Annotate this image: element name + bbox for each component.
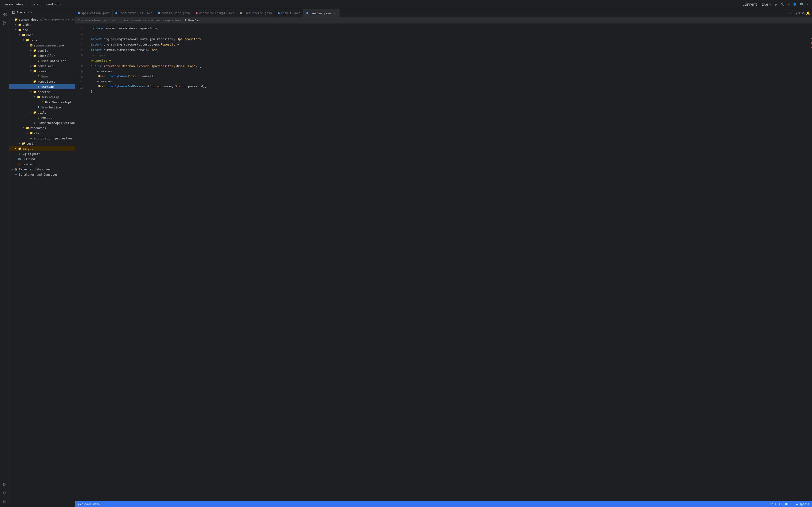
breadcrumb-item-project[interactable] — [78, 19, 81, 22]
tree-item-resources[interactable]: ▶ 📁 resources — [9, 125, 75, 130]
breadcrumb-repository[interactable]: repository — [165, 19, 181, 22]
current-file-dropdown[interactable]: Current File ▾ — [741, 2, 772, 7]
status-position[interactable]: 12:1 — [770, 503, 776, 506]
tree-item-utils[interactable]: ▶ 📁 utils — [9, 110, 75, 115]
tree-label-user: User — [41, 75, 73, 78]
java-interface-icon-userdao: I — [37, 85, 40, 89]
tab-bar-actions: ⚠ 3 ▲ ▼ ≫ 🔔 — [788, 11, 812, 15]
current-file-chevron: ▾ — [769, 2, 771, 7]
tab-usercontroller[interactable]: UserController.java — [112, 9, 155, 17]
svg-rect-18 — [12, 11, 15, 14]
vcs-dropdown[interactable]: Version control ▾ — [30, 2, 63, 7]
tree-item-package[interactable]: ▶ 📦 summer.summerdemo — [9, 43, 75, 48]
java-class-icon-usercontroller: C — [37, 59, 40, 63]
folder-icon-root: 📁 — [14, 17, 18, 21]
tree-item-static[interactable]: ▶ 📁 static — [9, 130, 75, 136]
breadcrumb-summer[interactable]: summer — [132, 19, 142, 22]
hint-no-usages-8: no usages — [95, 69, 112, 74]
tree-item-ext-libs[interactable]: ▶ 📚 External Libraries — [9, 167, 75, 172]
tab-scroll-up-icon[interactable]: ▲ — [795, 11, 797, 15]
status-branch[interactable]: summer-demo — [78, 503, 100, 506]
tree-item-controller[interactable]: ▶ 📁 controller — [9, 53, 75, 58]
status-indent[interactable]: 4 spaces — [796, 503, 809, 506]
tab-dot-userdao — [306, 12, 308, 14]
error-indicator[interactable]: ⚠ 3 — [790, 11, 794, 15]
tab-close-userdao[interactable]: ✕ — [333, 11, 337, 15]
tree-label-target: target — [22, 147, 73, 151]
tree-item-demosweb[interactable]: ▶ 📁 demos.web — [9, 63, 75, 68]
tab-result[interactable]: Result.java — [275, 9, 304, 17]
tree-item-serviceimpl[interactable]: ▶ 📁 serviceImpl — [9, 94, 75, 100]
tree-item-src[interactable]: ▶ 📁 src — [9, 27, 75, 33]
tab-dot-usercontroller — [115, 12, 117, 14]
activity-project-icon[interactable] — [1, 11, 8, 18]
tree-item-main[interactable]: ▶ 📁 main — [9, 33, 75, 38]
status-encoding[interactable]: UTF-8 — [785, 503, 794, 506]
activity-run-icon[interactable] — [1, 481, 8, 488]
tree-item-java[interactable]: ▶ 📁 java — [9, 38, 75, 43]
tree-item-summer-demo-root[interactable]: ▶ 📁 summer-demo ~/Desktop/projects/summe… — [9, 17, 75, 22]
branch-icon — [78, 503, 81, 506]
tab-application[interactable]: Application.java — [75, 9, 112, 17]
markdown-icon: M↓ — [18, 157, 21, 161]
breadcrumb-src[interactable]: src — [103, 19, 108, 22]
tree-item-helpmd[interactable]: ▶ M↓ HELP.md — [9, 156, 75, 162]
folder-icon-domain: 📁 — [33, 69, 37, 73]
breadcrumb-interface-icon: I — [185, 19, 186, 22]
settings-icon[interactable]: ⚙ — [807, 2, 809, 7]
tree-item-usercontroller[interactable]: ▶ C UserController — [9, 58, 75, 63]
import-path-5: summer.summerdemo.domain. — [104, 47, 150, 53]
activity-plugins-icon[interactable] — [1, 498, 8, 505]
tree-item-properties[interactable]: ▶ ⚙ application.properties — [9, 136, 75, 141]
tab-more-icon[interactable]: ≫ — [801, 11, 805, 15]
tree-item-target[interactable]: ▶ 📁 target — [9, 146, 75, 151]
code-area[interactable]: package summer.summerdemo.repository ; i… — [87, 23, 808, 501]
activity-debug-icon[interactable] — [1, 489, 8, 497]
more-icon[interactable]: ⋯ — [788, 2, 790, 7]
folder-icon-serviceimpl: 📁 — [37, 95, 40, 99]
tree-item-scratches[interactable]: ▶ ≡ Scratches and Consoles — [9, 172, 75, 177]
tree-item-userdao[interactable]: ▶ I UserDao — [9, 84, 75, 89]
tree-item-summerdemo-app[interactable]: ▶ ▶ SummerDemoApplication — [9, 120, 75, 125]
tree-item-service[interactable]: ▶ 📁 service — [9, 89, 75, 94]
tree-arrow-package: ▶ — [26, 44, 29, 47]
java-interface-icon-userservice: I — [37, 105, 40, 109]
folder-icon-config: 📁 — [33, 49, 37, 52]
tree-item-pomxml[interactable]: ▶ xml pom.xml — [9, 162, 75, 167]
tab-scroll-down-icon[interactable]: ▼ — [798, 11, 800, 15]
account-icon[interactable]: 👤 — [793, 2, 797, 7]
tree-item-result[interactable]: ▶ C Result — [9, 115, 75, 120]
tab-userdao[interactable]: UserDao.java ✕ — [304, 9, 340, 17]
tree-item-userservice[interactable]: ▶ I UserService — [9, 105, 75, 110]
project-dropdown[interactable]: summer-demo ▾ — [3, 2, 28, 7]
run-icon[interactable]: ▶ — [775, 2, 777, 7]
breadcrumb-summerdemo-pkg[interactable]: summerdemo — [145, 19, 161, 22]
activity-vcs-icon[interactable] — [1, 19, 8, 27]
tab-domainuser[interactable]: domain/User.java — [155, 9, 193, 17]
tree-item-userserviceimpl[interactable]: ▶ C UserServiceImpl — [9, 100, 75, 105]
status-line-ending[interactable]: LF — [779, 503, 782, 506]
folder-icon-repository: 📁 — [33, 79, 37, 83]
tree-item-test[interactable]: ▶ 📁 test — [9, 141, 75, 146]
tree-item-idea[interactable]: ▶ 📁 .idea — [9, 22, 75, 27]
tree-item-repository[interactable]: ▶ 📁 repository — [9, 79, 75, 84]
build-icon[interactable]: 🔨 — [780, 2, 785, 7]
tree-item-user[interactable]: ▶ C User — [9, 74, 75, 79]
breadcrumb-userdao[interactable]: I UserDao — [185, 19, 199, 22]
tree-item-domain[interactable]: ▶ 📁 domain — [9, 68, 75, 74]
tab-userserviceimpl[interactable]: UserServiceImpl.java — [193, 9, 238, 17]
svg-marker-9 — [4, 483, 6, 486]
breadcrumb-summerdemo[interactable]: summer-demo — [82, 19, 100, 22]
tree-item-config[interactable]: ▶ 📁 config — [9, 48, 75, 53]
tab-label-userserviceimpl: UserServiceImpl.java — [199, 11, 235, 15]
breadcrumb-main[interactable]: main — [112, 19, 118, 22]
tree-label-properties: application.properties — [34, 136, 73, 140]
breadcrumb-java[interactable]: java — [122, 19, 128, 22]
tab-userservice[interactable]: UserService.java — [237, 9, 275, 17]
tab-label-domainuser: domain/User.java — [161, 11, 190, 15]
tree-item-gitignore[interactable]: ▶ G .gitignore — [9, 151, 75, 156]
search-icon[interactable]: 🔍 — [800, 2, 804, 7]
folder-icon-src: 📁 — [18, 28, 21, 32]
notifications-icon[interactable]: 🔔 — [806, 11, 810, 15]
tree-arrow-resources: ▶ — [21, 126, 26, 130]
